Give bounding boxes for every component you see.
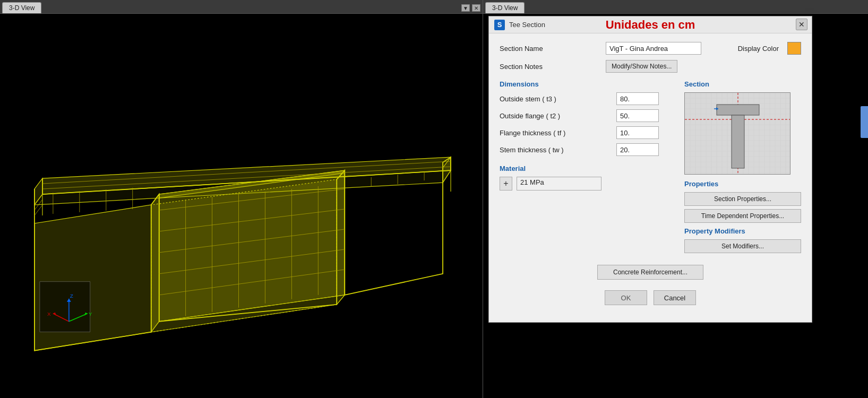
svg-line-36 xyxy=(35,205,42,215)
dialog-body: Section Name Display Color Section Notes… xyxy=(489,33,812,322)
dialog-close-button[interactable]: ✕ xyxy=(796,19,807,30)
minimize-btn[interactable]: ▼ xyxy=(461,4,470,12)
section-preview-column: Section xyxy=(684,78,801,256)
dialog-titlebar: S Tee Section Unidades en cm ✕ xyxy=(489,16,812,33)
scroll-indicator[interactable] xyxy=(861,106,868,138)
section-properties-button[interactable]: Section Properties... xyxy=(684,192,801,206)
section-notes-row: Section Notes Modify/Show Notes... xyxy=(500,60,801,73)
svg-text:Z: Z xyxy=(70,293,73,299)
dimensions-label: Dimensions xyxy=(500,80,674,88)
left-tab-bar: 3-D View ▼ ✕ xyxy=(0,0,483,14)
left-tab-controls: ▼ ✕ xyxy=(461,4,480,13)
display-color-swatch[interactable] xyxy=(787,42,801,55)
outside-stem-input[interactable] xyxy=(616,92,659,105)
section-preview-label: Section xyxy=(684,80,801,88)
ok-button[interactable]: OK xyxy=(605,290,647,305)
svg-marker-7 xyxy=(337,170,345,305)
svg-marker-10 xyxy=(151,179,337,332)
material-section: Material + 21 MPa xyxy=(500,165,674,191)
cancel-button[interactable]: Cancel xyxy=(654,290,696,305)
svg-rect-84 xyxy=(717,105,759,115)
section-diagram xyxy=(685,93,790,175)
left-viewport: Y X Z xyxy=(0,14,483,398)
outside-stem-label: Outside stem ( t3 ) xyxy=(500,95,616,103)
dimensions-column: Dimensions Outside stem ( t3 ) Outside f… xyxy=(500,78,674,256)
stem-thickness-row: Stem thickness ( tw ) xyxy=(500,143,674,156)
stem-thickness-label: Stem thickness ( tw ) xyxy=(500,146,616,154)
time-dependent-button[interactable]: Time Dependent Properties... xyxy=(684,209,801,223)
set-modifiers-button[interactable]: Set Modifiers... xyxy=(684,239,801,253)
dialog-app-title: Tee Section xyxy=(509,21,545,29)
flange-thickness-row: Flange thickness ( tf ) xyxy=(500,126,674,139)
svg-text:X: X xyxy=(47,311,51,317)
svg-text:Y: Y xyxy=(89,311,92,317)
right-3d-panel: 3-D View S Tee Section Unidades en cm ✕ … xyxy=(483,0,868,398)
left-3d-panel: 3-D View ▼ ✕ xyxy=(0,0,483,398)
tee-section-dialog: S Tee Section Unidades en cm ✕ Section N… xyxy=(488,16,812,323)
section-canvas xyxy=(684,92,790,175)
section-notes-label: Section Notes xyxy=(500,63,606,71)
material-label: Material xyxy=(500,165,674,172)
property-modifiers-inline: Property Modifiers Set Modifiers... xyxy=(684,227,801,253)
outside-flange-label: Outside flange ( t2 ) xyxy=(500,112,616,120)
section-name-label: Section Name xyxy=(500,45,606,53)
outside-flange-input[interactable] xyxy=(616,109,659,122)
dialog-app-icon: S xyxy=(494,20,505,30)
section-name-input[interactable] xyxy=(606,42,701,55)
material-row: + 21 MPa xyxy=(500,177,674,191)
display-color-label: Display Color xyxy=(738,45,779,53)
section-name-row: Section Name Display Color xyxy=(500,42,801,55)
two-col-layout: Dimensions Outside stem ( t3 ) Outside f… xyxy=(500,78,801,256)
outside-stem-row: Outside stem ( t3 ) xyxy=(500,92,674,105)
properties-section: Properties Section Properties... Time De… xyxy=(684,180,801,223)
stem-thickness-input[interactable] xyxy=(616,143,659,156)
outside-flange-row: Outside flange ( t2 ) xyxy=(500,109,674,122)
svg-rect-37 xyxy=(40,282,90,332)
modify-show-notes-button[interactable]: Modify/Show Notes... xyxy=(606,60,677,73)
material-select[interactable]: 21 MPa xyxy=(517,177,601,191)
right-tab-bar: 3-D View xyxy=(483,0,868,14)
dialog-footer: OK Cancel xyxy=(500,285,801,314)
tbeam-svg: Y X Z xyxy=(0,14,483,398)
properties-label: Properties xyxy=(684,180,801,188)
material-add-button[interactable]: + xyxy=(500,177,512,191)
right-3d-tab[interactable]: 3-D View xyxy=(485,2,525,13)
concrete-reinforcement-row: Concrete Reinforcement... xyxy=(500,265,801,280)
svg-rect-85 xyxy=(732,115,744,168)
dialog-heading: Unidades en cm xyxy=(606,18,695,32)
flange-thickness-input[interactable] xyxy=(616,126,659,139)
flange-thickness-label: Flange thickness ( tf ) xyxy=(500,129,616,137)
left-3d-tab[interactable]: 3-D View xyxy=(2,2,41,13)
property-modifiers-label: Property Modifiers xyxy=(684,227,801,235)
concrete-reinforcement-button[interactable]: Concrete Reinforcement... xyxy=(597,265,703,280)
close-btn[interactable]: ✕ xyxy=(472,4,480,12)
coord-axes: Y X Z xyxy=(40,282,92,332)
